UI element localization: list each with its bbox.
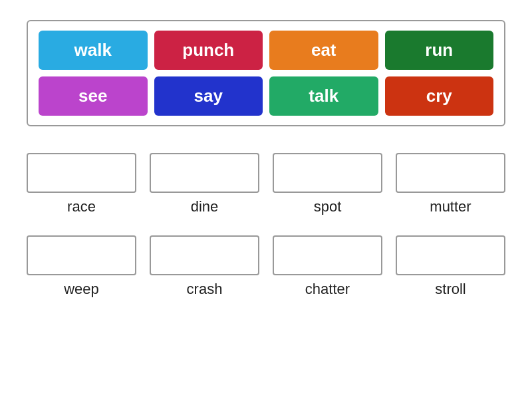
drop-row-0: racedinespotmutter xyxy=(27,153,505,215)
drop-box-spot[interactable] xyxy=(273,153,382,193)
tile-talk[interactable]: talk xyxy=(269,76,378,116)
drop-row-1: weepcrashchatterstroll xyxy=(27,235,505,298)
drop-box-crash[interactable] xyxy=(150,235,259,275)
drop-item-weep: weep xyxy=(27,235,136,298)
drop-box-dine[interactable] xyxy=(150,153,259,193)
drop-label-race: race xyxy=(67,198,96,215)
drop-label-dine: dine xyxy=(191,198,219,215)
drop-item-mutter: mutter xyxy=(396,153,505,215)
drop-label-stroll: stroll xyxy=(435,281,466,298)
tile-run[interactable]: run xyxy=(385,31,494,70)
drop-box-weep[interactable] xyxy=(27,235,136,275)
drop-label-spot: spot xyxy=(314,198,342,215)
tile-cry[interactable]: cry xyxy=(385,76,494,116)
drop-item-stroll: stroll xyxy=(396,235,505,298)
drop-label-crash: crash xyxy=(187,281,223,298)
drop-box-race[interactable] xyxy=(27,153,136,193)
drop-label-mutter: mutter xyxy=(430,198,471,215)
drop-item-spot: spot xyxy=(273,153,382,215)
tile-eat[interactable]: eat xyxy=(269,31,378,70)
drop-item-chatter: chatter xyxy=(273,235,382,298)
drop-item-crash: crash xyxy=(150,235,259,298)
tile-walk[interactable]: walk xyxy=(39,31,148,70)
drop-box-stroll[interactable] xyxy=(396,235,505,275)
drop-section: racedinespotmutterweepcrashchatterstroll xyxy=(27,153,505,298)
drop-box-mutter[interactable] xyxy=(396,153,505,193)
drop-label-weep: weep xyxy=(64,281,99,298)
tile-see[interactable]: see xyxy=(39,76,148,116)
drop-item-dine: dine xyxy=(150,153,259,215)
tile-punch[interactable]: punch xyxy=(154,31,263,70)
drop-label-chatter: chatter xyxy=(305,281,350,298)
source-bank: walkpuncheatrunseesaytalkcry xyxy=(27,20,505,126)
drop-item-race: race xyxy=(27,153,136,215)
tile-say[interactable]: say xyxy=(154,76,263,116)
drop-box-chatter[interactable] xyxy=(273,235,382,275)
